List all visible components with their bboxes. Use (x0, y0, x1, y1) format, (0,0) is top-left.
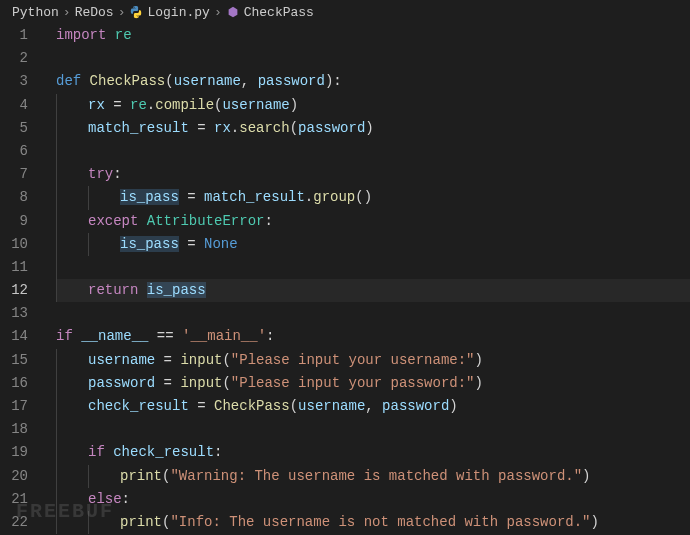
line-number: 14 (0, 325, 28, 348)
breadcrumb-item-2[interactable]: Login.py (147, 5, 209, 20)
python-file-icon (129, 5, 143, 19)
line-number: 8 (0, 186, 28, 209)
code-line[interactable]: is_pass = None (56, 233, 690, 256)
code-line[interactable] (56, 302, 690, 325)
code-line[interactable]: try: (56, 163, 690, 186)
line-number: 3 (0, 70, 28, 93)
line-number: 10 (0, 233, 28, 256)
line-number: 18 (0, 418, 28, 441)
code-line[interactable]: password = input("Please input your pass… (56, 372, 690, 395)
code-line[interactable]: return is_pass (56, 279, 690, 302)
code-line[interactable] (56, 140, 690, 163)
code-line[interactable]: check_result = CheckPass(username, passw… (56, 395, 690, 418)
line-number: 22 (0, 511, 28, 534)
code-line[interactable]: print("Info: The username is not matched… (56, 511, 690, 534)
code-line[interactable] (56, 47, 690, 70)
line-number: 2 (0, 47, 28, 70)
code-editor[interactable]: 12345678910111213141516171819202122 impo… (0, 24, 690, 534)
line-number: 1 (0, 24, 28, 47)
line-number-gutter: 12345678910111213141516171819202122 (0, 24, 42, 534)
code-line[interactable]: username = input("Please input your user… (56, 349, 690, 372)
line-number: 12 (0, 279, 28, 302)
code-line[interactable]: if check_result: (56, 441, 690, 464)
code-line[interactable]: is_pass = match_result.group() (56, 186, 690, 209)
line-number: 13 (0, 302, 28, 325)
code-line[interactable]: def CheckPass(username, password): (56, 70, 690, 93)
method-icon (226, 5, 240, 19)
code-line[interactable]: if __name__ == '__main__': (56, 325, 690, 348)
code-line[interactable]: match_result = rx.search(password) (56, 117, 690, 140)
breadcrumb-item-3[interactable]: CheckPass (244, 5, 314, 20)
code-line[interactable]: print("Warning: The username is matched … (56, 465, 690, 488)
line-number: 16 (0, 372, 28, 395)
chevron-right-icon: › (118, 5, 126, 20)
code-line[interactable]: except AttributeError: (56, 210, 690, 233)
line-number: 11 (0, 256, 28, 279)
code-line[interactable] (56, 418, 690, 441)
chevron-right-icon: › (63, 5, 71, 20)
breadcrumb-item-1[interactable]: ReDos (75, 5, 114, 20)
breadcrumb[interactable]: Python › ReDos › Login.py › CheckPass (0, 0, 690, 24)
line-number: 15 (0, 349, 28, 372)
breadcrumb-item-0[interactable]: Python (12, 5, 59, 20)
code-line[interactable] (56, 256, 690, 279)
line-number: 21 (0, 488, 28, 511)
code-line[interactable]: import re (56, 24, 690, 47)
code-line[interactable]: else: (56, 488, 690, 511)
line-number: 19 (0, 441, 28, 464)
line-number: 7 (0, 163, 28, 186)
line-number: 5 (0, 117, 28, 140)
line-number: 6 (0, 140, 28, 163)
code-line[interactable]: rx = re.compile(username) (56, 94, 690, 117)
line-number: 4 (0, 94, 28, 117)
line-number: 9 (0, 210, 28, 233)
line-number: 20 (0, 465, 28, 488)
chevron-right-icon: › (214, 5, 222, 20)
code-content[interactable]: import redef CheckPass(username, passwor… (42, 24, 690, 534)
line-number: 17 (0, 395, 28, 418)
